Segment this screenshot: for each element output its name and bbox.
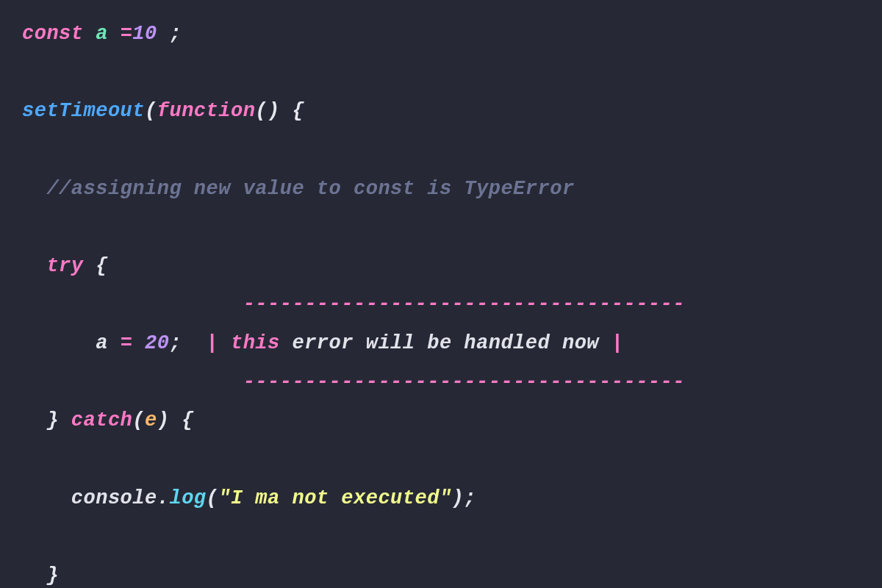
- brace-open-1: {: [292, 100, 304, 122]
- keyword-const: const: [22, 23, 84, 45]
- brace-open-2: {: [96, 255, 108, 277]
- brace-close-1: }: [46, 409, 59, 431]
- semicolon-1: ;: [169, 23, 182, 45]
- code-block: const a =10 ; setTimeout(function() { //…: [0, 0, 882, 588]
- identifier-a: a: [96, 23, 108, 45]
- number-20: 20: [145, 332, 169, 354]
- annotation-top-border: ------------------------------------: [243, 293, 685, 315]
- paren-close-1: ): [268, 100, 280, 122]
- annotation-pipe-2: |: [612, 332, 624, 354]
- semicolon-3: ;: [464, 487, 476, 509]
- number-10: 10: [132, 23, 157, 45]
- paren-close-2: ): [157, 409, 170, 431]
- keyword-try: try: [46, 255, 83, 277]
- dot-1: .: [157, 487, 170, 509]
- method-log: log: [169, 487, 206, 509]
- paren-close-3: ): [452, 487, 465, 509]
- operator-assign-2: =: [121, 332, 133, 354]
- annotation-pipe-1: |: [207, 332, 219, 354]
- paren-open-2: (: [255, 100, 268, 122]
- annotation-this: this: [231, 332, 280, 354]
- object-console: console: [71, 487, 157, 509]
- paren-open-3: (: [132, 409, 145, 431]
- paren-open-4: (: [207, 487, 219, 509]
- annotation-text: error will be handled now: [292, 332, 599, 354]
- param-e: e: [145, 409, 157, 431]
- operator-assign: =: [121, 23, 133, 45]
- keyword-function: function: [157, 100, 256, 122]
- comment-typeerror: //assigning new value to const is TypeEr…: [46, 178, 574, 200]
- identifier-a-2: a: [96, 332, 108, 354]
- brace-close-2: }: [46, 564, 59, 587]
- paren-open-1: (: [145, 100, 157, 122]
- function-settimeout: setTimeout: [22, 100, 145, 122]
- brace-open-3: {: [182, 409, 194, 431]
- string-literal: "I ma not executed": [218, 487, 451, 509]
- keyword-catch: catch: [71, 409, 133, 431]
- annotation-bottom-border: ------------------------------------: [243, 371, 685, 393]
- semicolon-2: ;: [169, 332, 182, 354]
